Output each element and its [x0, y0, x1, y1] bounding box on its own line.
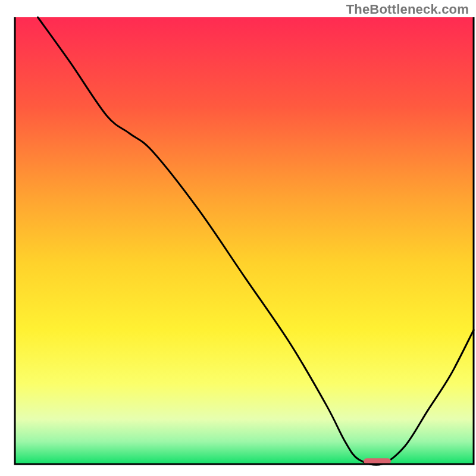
chart-svg: [0, 0, 476, 476]
chart-container: TheBottleneck.com: [0, 0, 476, 476]
plot-gradient-background: [15, 17, 474, 464]
